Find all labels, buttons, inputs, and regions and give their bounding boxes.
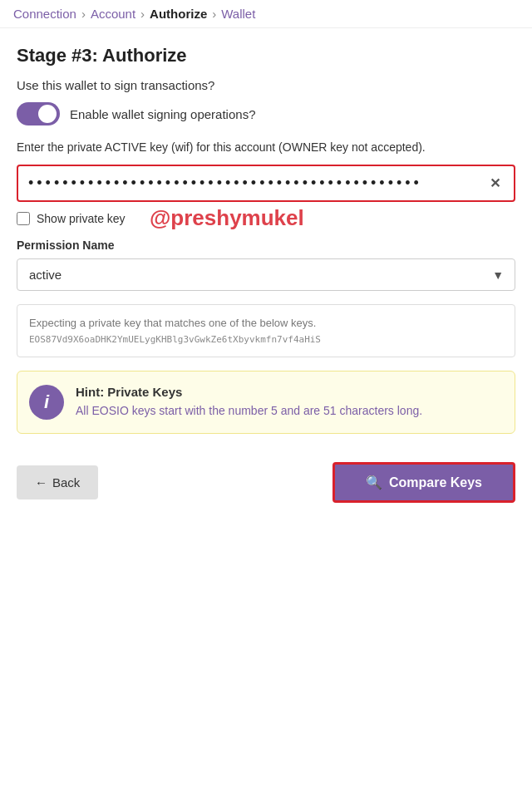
info-text: Enter the private ACTIVE key (wif) for t…	[17, 139, 515, 156]
hint-title: Hint: Private Keys	[76, 385, 422, 399]
hint-content: Hint: Private Keys All EOSIO keys start …	[76, 385, 422, 420]
permission-label: Permission Name	[17, 239, 515, 252]
toggle-slider	[17, 102, 60, 125]
search-icon: 🔍	[366, 475, 382, 490]
compare-keys-button[interactable]: 🔍 Compare Keys	[332, 462, 515, 503]
show-key-label: Show private key	[37, 212, 126, 225]
toggle-row: Enable wallet signing operations?	[17, 102, 515, 125]
breadcrumb-sep-2: ›	[140, 7, 145, 21]
breadcrumb-account[interactable]: Account	[91, 7, 135, 21]
clear-password-button[interactable]: ✕	[486, 175, 504, 191]
footer-row: ← Back 🔍 Compare Keys	[17, 454, 515, 503]
show-private-key-checkbox[interactable]	[17, 212, 30, 225]
permission-select[interactable]: active owner posting	[17, 258, 515, 291]
back-button[interactable]: ← Back	[17, 465, 98, 499]
wallet-signing-toggle[interactable]	[17, 102, 60, 125]
permission-select-wrap: active owner posting ▼	[17, 258, 515, 291]
toggle-label: Enable wallet signing operations?	[70, 107, 255, 121]
breadcrumb-wallet[interactable]: Wallet	[221, 7, 255, 21]
back-arrow-icon: ←	[35, 475, 47, 490]
public-key-value: EOS87Vd9X6oaDHK2YmUELygKHBlg3vGwkZe6tXby…	[29, 334, 503, 345]
password-dots: ••••••••••••••••••••••••••••••••••••••••…	[28, 175, 486, 192]
password-box: ••••••••••••••••••••••••••••••••••••••••…	[17, 165, 515, 202]
sign-question: Use this wallet to sign transactions?	[17, 78, 515, 92]
watermark: @preshymukel	[150, 205, 304, 231]
show-key-row: Show private key @preshymukel	[17, 212, 515, 225]
main-content: Stage #3: Authorize Use this wallet to s…	[0, 28, 532, 519]
hint-box: i Hint: Private Keys All EOSIO keys star…	[17, 371, 515, 434]
expecting-box: Expecting a private key that matches one…	[17, 304, 515, 357]
hint-description: All EOSIO keys start with the number 5 a…	[76, 402, 422, 420]
compare-keys-label: Compare Keys	[389, 475, 482, 490]
info-icon: i	[29, 385, 64, 420]
stage-title: Stage #3: Authorize	[17, 45, 515, 66]
breadcrumb-sep-3: ›	[212, 7, 216, 21]
back-label: Back	[52, 475, 80, 490]
breadcrumb-connection[interactable]: Connection	[13, 7, 76, 21]
breadcrumb-authorize[interactable]: Authorize	[150, 7, 207, 21]
breadcrumb: Connection › Account › Authorize › Walle…	[0, 0, 532, 28]
expecting-text: Expecting a private key that matches one…	[29, 317, 503, 329]
breadcrumb-sep-1: ›	[81, 7, 86, 21]
